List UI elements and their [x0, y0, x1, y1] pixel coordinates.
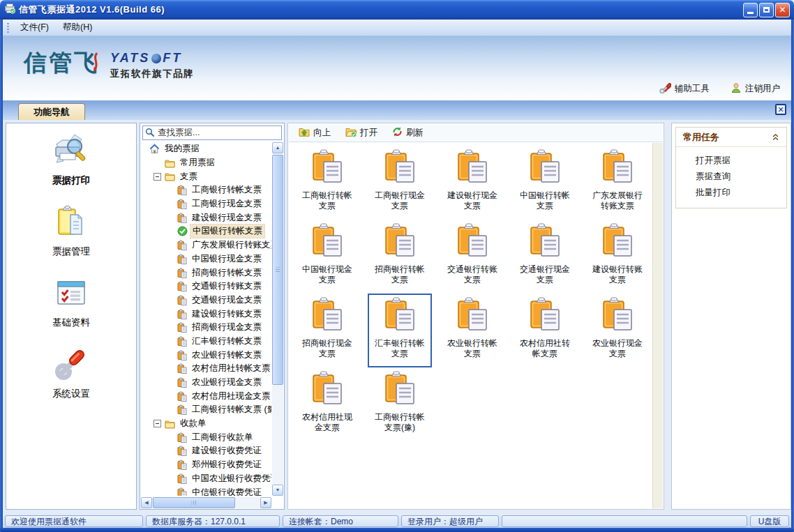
tree-collapse-icon[interactable]	[153, 420, 161, 427]
grid-item[interactable]: 汇丰银行转帐支票	[368, 294, 432, 367]
title-bar: 信管飞票据通2012 V1.6(Build 66) ✕	[0, 0, 794, 20]
tree-item[interactable]: 农业银行现金支票	[141, 376, 271, 390]
grid-item[interactable]: 招商银行转帐支票	[368, 220, 432, 294]
tree-collapse-icon[interactable]	[153, 173, 161, 181]
grid-item-label: 农村信用社现金支票	[300, 412, 354, 433]
grid-item[interactable]: 建设银行转账支票	[585, 220, 650, 294]
tree-item[interactable]: 工商银行转帐支票 (豫)	[141, 403, 271, 417]
ticket-icon	[177, 281, 187, 291]
tree-vertical-scrollbar[interactable]: ▲ ▼	[272, 142, 283, 496]
tree-item[interactable]: 招商银行现金支票	[141, 321, 271, 335]
tree-item[interactable]: 农村信用社转帐支票	[141, 362, 271, 376]
clipboard-document-icon	[308, 296, 346, 337]
common-tasks-header[interactable]: 常用任务	[676, 128, 786, 147]
clipboard-document-icon	[381, 296, 419, 337]
grid-item[interactable]: 农村信用社现金支票	[295, 367, 359, 441]
tree-item[interactable]: 建设银行收费凭证	[141, 444, 271, 458]
tree-item[interactable]: 中信银行收费凭证	[141, 485, 271, 496]
menu-item-1[interactable]: 帮助(H)	[56, 20, 99, 35]
clipboard-document-icon	[599, 222, 636, 263]
tree-item[interactable]: 交通银行转账支票	[141, 280, 271, 294]
close-button[interactable]: ✕	[775, 3, 790, 17]
toolbar-button-0[interactable]: 向上	[294, 125, 334, 141]
tree-item[interactable]: 工商银行现金支票	[141, 197, 271, 211]
tree-item[interactable]: 建设银行现金支票	[141, 211, 271, 225]
panel-close-icon[interactable]: ✕	[775, 104, 786, 115]
tree-horizontal-scrollbar[interactable]: ◀ ▶	[141, 497, 271, 508]
grid-item[interactable]: 中国银行转帐支票	[513, 146, 577, 220]
grid-item[interactable]: 工商银行现金支票	[368, 146, 432, 220]
tree-item[interactable]: 交通银行现金支票	[141, 294, 271, 307]
menu-item-0[interactable]: 文件(F)	[13, 20, 56, 35]
banner-link-1[interactable]: 注销用户	[731, 82, 780, 96]
grid-item-label: 招商银行转帐支票	[373, 264, 427, 285]
toolbar-button-2[interactable]: 刷新	[388, 125, 427, 141]
content-area: 票据打印票据管理基础资料系统设置 我的票据常用票据支票工商银行转帐支票工商银行现…	[3, 120, 791, 514]
maximize-button[interactable]	[759, 3, 774, 17]
grid-item[interactable]: 中国银行现金支票	[295, 220, 359, 294]
scroll-left-icon[interactable]: ◀	[141, 497, 152, 508]
tree-item[interactable]: 农村信用社现金支票	[141, 389, 271, 403]
tree-item[interactable]: 支票	[141, 169, 271, 183]
ticket-icon	[177, 350, 187, 360]
tree-item[interactable]: 农业银行转帐支票	[141, 348, 271, 362]
sidebar-item-3[interactable]: 系统设置	[52, 347, 90, 400]
grid-item-box: 农业银行转帐支票	[440, 294, 504, 367]
clipboard-document-icon	[454, 296, 491, 337]
scrollbar-thumb[interactable]	[153, 497, 235, 508]
banner-link-0[interactable]: 辅助工具	[659, 82, 710, 96]
scroll-right-icon[interactable]: ▶	[260, 497, 271, 508]
task-item-2[interactable]: 批量打印	[676, 185, 786, 201]
task-item-1[interactable]: 票据查询	[676, 169, 786, 185]
tree-item[interactable]: 招商银行转帐支票	[141, 266, 271, 280]
tree-item[interactable]: 我的票据	[141, 142, 271, 156]
tree-item[interactable]: 收款单	[141, 417, 271, 431]
tree-item[interactable]: 中国农业银行收费凭证	[141, 472, 271, 486]
logo-swoosh-icon	[91, 52, 100, 75]
ticketManage-icon	[54, 204, 89, 242]
tree-item[interactable]: 工商银行收款单	[141, 430, 271, 444]
sidebar-item-1[interactable]: 票据管理	[52, 204, 90, 258]
grid-item[interactable]: 农业银行转帐支票	[440, 294, 504, 367]
clipboard-document-icon	[381, 149, 419, 189]
tree-item[interactable]: 中国银行转帐支票	[141, 225, 271, 238]
tree-item[interactable]: 郑州银行收费凭证	[141, 458, 271, 472]
clipboard-document-icon	[454, 149, 491, 189]
tree-item[interactable]: 汇丰银行转帐支票	[141, 335, 271, 349]
grid-item[interactable]: 建设银行现金支票	[440, 146, 504, 220]
scroll-up-icon[interactable]: ▲	[272, 142, 283, 153]
ticket-icon-view: 向上打开刷新 工商银行转帐支票工商银行现金支票建设银行现金支票中国银行转帐支票广…	[287, 123, 664, 510]
tree-item[interactable]: 建设银行转账支票	[141, 307, 271, 321]
search-input[interactable]	[156, 128, 279, 139]
grid-item[interactable]: 招商银行现金支票	[295, 294, 359, 367]
view-scrollbar-track[interactable]	[652, 143, 663, 508]
chevron-up-icon[interactable]	[772, 134, 779, 141]
scroll-down-icon[interactable]: ▼	[272, 485, 283, 496]
grid-item-box: 广东发展银行转账支票	[585, 146, 650, 220]
scrollbar-thumb[interactable]	[272, 155, 283, 385]
grid-item[interactable]: 交通银行转账支票	[440, 220, 504, 294]
tree-item[interactable]: 中国银行现金支票	[141, 252, 271, 266]
ticket-icon	[177, 473, 187, 484]
grid-item[interactable]: 农业银行现金支票	[585, 294, 650, 367]
minimize-button[interactable]	[743, 3, 758, 17]
grid-item[interactable]: 交通银行现金支票	[513, 220, 577, 294]
toolbar-button-label: 打开	[360, 127, 377, 139]
grid-item-box: 交通银行现金支票	[513, 220, 577, 294]
sidebar-item-0[interactable]: 票据打印	[52, 133, 90, 187]
tree-item[interactable]: 工商银行转帐支票	[141, 183, 271, 197]
grid-item[interactable]: 工商银行转帐支票	[295, 146, 359, 220]
toolbar-button-1[interactable]: 打开	[341, 125, 381, 141]
common-tasks-title: 常用任务	[683, 131, 719, 144]
tree-item[interactable]: 常用票据	[141, 156, 271, 170]
globe-icon	[151, 54, 161, 63]
grid-item[interactable]: 工商银行转帐支票(豫)	[368, 367, 432, 441]
sidebar-item-2[interactable]: 基础资料	[52, 275, 90, 329]
task-side-panel: 常用任务 打开票据票据查询批量打印	[671, 123, 791, 510]
tab-function-navigation[interactable]: 功能导航	[18, 103, 85, 120]
folder-icon	[165, 158, 175, 168]
task-item-0[interactable]: 打开票据	[676, 153, 786, 169]
grid-item[interactable]: 农村信用社转帐支票	[513, 294, 577, 367]
grid-item[interactable]: 广东发展银行转账支票	[585, 146, 650, 220]
tree-item[interactable]: 广东发展银行转账支票	[141, 238, 271, 252]
